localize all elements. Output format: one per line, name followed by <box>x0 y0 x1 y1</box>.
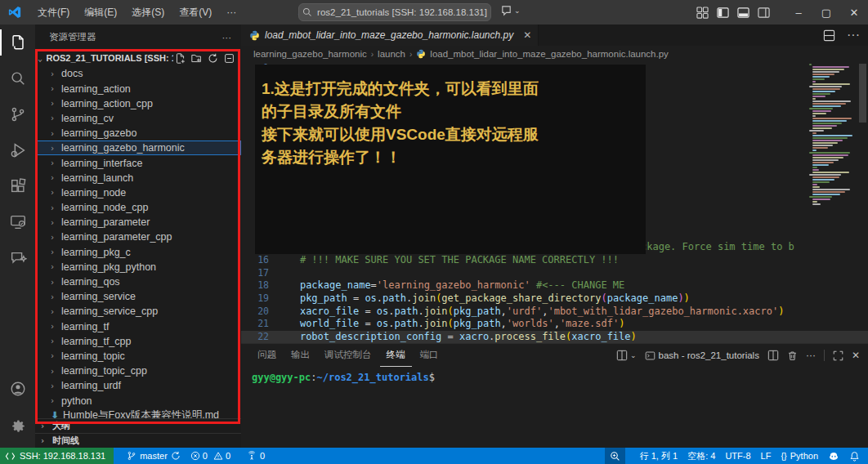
chat-icon[interactable] <box>0 240 35 276</box>
tree-item-learning_action_cpp[interactable]: ›learning_action_cpp <box>35 96 241 111</box>
new-folder-icon[interactable] <box>191 53 202 64</box>
timeline-section[interactable]: › 时间线 <box>35 433 241 448</box>
new-file-icon[interactable] <box>175 53 186 64</box>
panel-tab-调试控制台[interactable]: 调试控制台 <box>318 344 378 367</box>
code-line-22[interactable]: 22 robot_description_config = xacro.proc… <box>241 331 868 343</box>
tree-item-learning_pkg_python[interactable]: ›learning_pkg_python <box>35 260 241 274</box>
outline-section[interactable]: › 大纲 <box>35 418 241 433</box>
split-terminal-icon[interactable] <box>767 350 779 361</box>
source-control-icon[interactable] <box>0 96 35 132</box>
customize-layout-icon[interactable] <box>696 7 709 19</box>
window-minimize-button[interactable]: – <box>785 0 812 25</box>
breadcrumb-item[interactable]: learning_gazebo_harmonic <box>253 49 367 59</box>
explorer-more-icon[interactable]: ··· <box>222 33 232 42</box>
problems-status-item[interactable]: 0 0 <box>186 448 235 464</box>
panel-tab-输出[interactable]: 输出 <box>284 344 316 367</box>
panel-tab-问题[interactable]: 问题 <box>251 344 283 367</box>
kill-terminal-trash-icon[interactable] <box>787 350 798 361</box>
code-line-18[interactable]: 18 package_name='learning_gazebo_harmoni… <box>241 279 868 292</box>
tree-item-learning_service[interactable]: ›learning_service <box>35 289 241 304</box>
tree-item-learning_gazebo[interactable]: ›learning_gazebo <box>35 126 241 141</box>
window-close-button[interactable]: ✕ <box>840 0 868 25</box>
breadcrumb-item[interactable]: launch <box>378 49 405 59</box>
code-line-20[interactable]: 20 xacro_file = os.path.join(pkg_path,'u… <box>241 306 868 319</box>
refresh-icon[interactable] <box>208 53 218 64</box>
menu-overflow[interactable]: ··· <box>219 3 244 21</box>
code-line-21[interactable]: 21 world_file = os.path.join(pkg_path,'w… <box>241 318 868 331</box>
tree-item-learning_urdf[interactable]: ›learning_urdf <box>35 378 241 393</box>
workspace-section-header[interactable]: ⌄ ROS2_21_TUTORIALS [SSH: 192.... <box>35 51 241 67</box>
panel-tab-终端[interactable]: 终端 <box>380 344 412 367</box>
code-editor[interactable]: 123456789101112131415ckage. Force sim ti… <box>241 62 868 343</box>
minimap[interactable] <box>809 64 857 215</box>
chevron-down-icon[interactable]: ⌄ <box>630 351 637 359</box>
tree-item-learning_gazebo_harmonic[interactable]: ›learning_gazebo_harmonic <box>35 141 241 155</box>
terminal-output[interactable]: gyy@gyy-pc:~/ros2_21_tutorials$ <box>241 367 868 448</box>
tree-item-learning_tf_cpp[interactable]: ›learning_tf_cpp <box>35 334 241 349</box>
notifications-item[interactable] <box>844 448 868 464</box>
zoom-status-item[interactable] <box>605 448 625 464</box>
tree-item-learning_node[interactable]: ›learning_node <box>35 185 241 200</box>
tree-item-learning_qos[interactable]: ›learning_qos <box>35 274 241 289</box>
encoding-item[interactable]: UTF-8 <box>720 448 755 464</box>
window-maximize-button[interactable]: ▢ <box>812 0 840 25</box>
tree-item-learning_parameter[interactable]: ›learning_parameter <box>35 215 241 230</box>
eol-item[interactable]: LF <box>756 448 776 464</box>
panel-tab-端口[interactable]: 端口 <box>414 344 445 367</box>
ports-status-item[interactable]: 0 <box>242 448 270 464</box>
indentation-item[interactable]: 空格: 4 <box>682 448 720 464</box>
copilot-status-item[interactable] <box>823 448 844 464</box>
extensions-icon[interactable] <box>0 168 35 204</box>
launch-profile-icon[interactable] <box>616 350 628 361</box>
panel-more-actions-icon[interactable]: ··· <box>806 350 816 361</box>
tree-item-learning_topic[interactable]: ›learning_topic <box>35 349 241 364</box>
terminal-session-item[interactable]: bash - ros2_21_tutorials <box>645 350 759 361</box>
menu-file[interactable]: 文件(F) <box>30 3 77 21</box>
tab-close-icon[interactable]: ✕ <box>523 29 531 41</box>
maximize-panel-icon[interactable] <box>833 350 843 361</box>
chevron-right-icon: › <box>50 396 58 405</box>
branch-status-item[interactable]: master <box>122 448 186 464</box>
editor-scrollbar[interactable] <box>859 64 866 123</box>
editor-tab[interactable]: load_mbot_lidar_into_maze_gazebo_harmoni… <box>241 25 539 46</box>
menu-edit[interactable]: 编辑(E) <box>77 3 124 21</box>
close-panel-icon[interactable]: ✕ <box>852 350 860 361</box>
command-center-search[interactable]: ros2_21_tutorials [SSH: 192.168.18.131] <box>298 3 491 21</box>
toggle-panel-icon[interactable] <box>737 7 749 19</box>
tree-item-learning_action[interactable]: ›learning_action <box>35 82 241 96</box>
code-line-19[interactable]: 19 pkg_path = os.path.join(get_package_s… <box>241 292 868 306</box>
tree-item-learning_tf[interactable]: ›learning_tf <box>35 319 241 334</box>
tree-item-docs[interactable]: ›docs <box>35 66 241 81</box>
remote-explorer-icon[interactable] <box>0 204 35 240</box>
tree-item-learning_service_cpp[interactable]: ›learning_service_cpp <box>35 304 241 319</box>
tree-item-learning_node_cpp[interactable]: ›learning_node_cpp <box>35 200 241 215</box>
remote-status-item[interactable]: SSH: 192.168.18.131 <box>0 448 114 464</box>
tree-item-learning_launch[interactable]: ›learning_launch <box>35 171 241 185</box>
tree-item-learning_topic_cpp[interactable]: ›learning_topic_cpp <box>35 364 241 378</box>
account-icon[interactable] <box>0 371 35 407</box>
split-editor-icon[interactable] <box>823 29 835 42</box>
copilot-menu[interactable]: ⌄ <box>500 4 521 16</box>
tree-item-learning_cv[interactable]: ›learning_cv <box>35 111 241 126</box>
settings-gear-icon[interactable] <box>0 407 35 443</box>
chevron-right-icon: › <box>50 367 58 376</box>
language-mode-item[interactable]: {} Python <box>776 448 823 464</box>
menu-view[interactable]: 查看(V) <box>172 3 219 21</box>
toggle-secondary-sidebar-icon[interactable] <box>758 7 770 19</box>
editor-more-actions-icon[interactable]: ··· <box>847 28 860 42</box>
tree-item-learning_parameter_cpp[interactable]: ›learning_parameter_cpp <box>35 230 241 244</box>
toggle-sidebar-icon[interactable] <box>717 7 729 19</box>
tree-item-python[interactable]: ›python <box>35 393 241 408</box>
explorer-icon[interactable] <box>0 25 35 60</box>
tree-item-learning_pkg_c[interactable]: ›learning_pkg_c <box>35 245 241 260</box>
tree-item-Humble与Foxy版本兼容性说明.md[interactable]: ⬇Humble与Foxy版本兼容性说明.md <box>35 408 241 418</box>
code-line-17[interactable]: 17 <box>241 267 868 280</box>
run-debug-icon[interactable] <box>0 132 35 168</box>
tree-item-learning_interface[interactable]: ›learning_interface <box>35 155 241 170</box>
collapse-all-icon[interactable] <box>224 53 235 64</box>
breadcrumb-item[interactable]: load_mbot_lidar_into_maze_gazebo_harmoni… <box>430 49 669 59</box>
menu-selection[interactable]: 选择(S) <box>124 3 172 21</box>
cursor-position-item[interactable]: 行 1, 列 1 <box>635 448 682 464</box>
search-icon[interactable] <box>0 60 35 96</box>
code-line-16[interactable]: 16 # !!! MAKE SURE YOU SET THE PACKAGE N… <box>241 254 868 267</box>
